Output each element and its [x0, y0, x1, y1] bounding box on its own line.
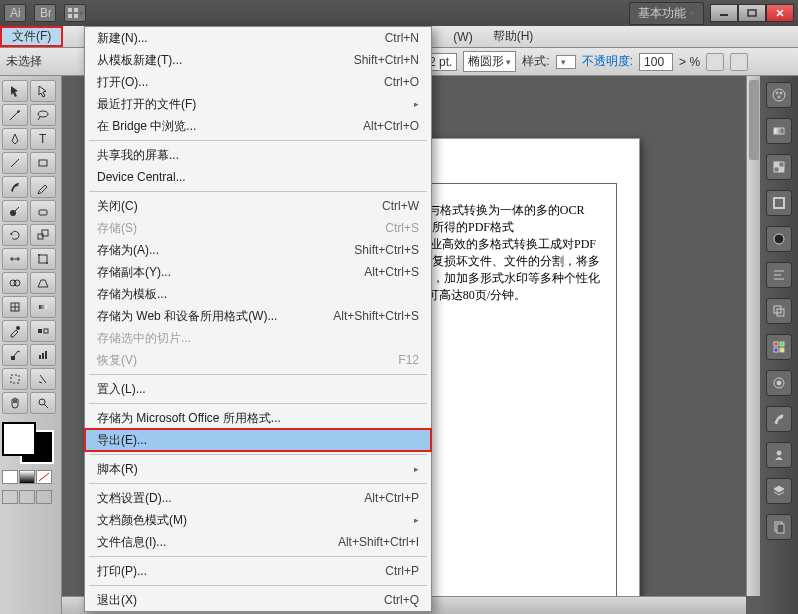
menu-item-21[interactable]: 导出(E)...: [85, 429, 431, 451]
brushes-panel-icon[interactable]: [766, 406, 792, 432]
style-label: 样式:: [522, 53, 549, 70]
symbols-panel-icon[interactable]: [766, 442, 792, 468]
layers-panel-icon[interactable]: [766, 478, 792, 504]
swatches-panel-icon[interactable]: [766, 334, 792, 360]
menu-item-13[interactable]: 存储为模板...: [85, 283, 431, 305]
prefs-icon[interactable]: [706, 53, 724, 71]
gradient-panel-icon[interactable]: [766, 118, 792, 144]
free-transform-tool[interactable]: [30, 248, 56, 270]
menu-item-shortcut: Alt+Ctrl+S: [364, 265, 419, 279]
shape-builder-tool[interactable]: [2, 272, 28, 294]
eyedropper-tool[interactable]: [2, 320, 28, 342]
svg-line-37: [44, 404, 48, 408]
svg-point-10: [18, 110, 20, 112]
transparency-panel-icon[interactable]: [766, 154, 792, 180]
menu-item-1[interactable]: 从模板新建(T)...Shift+Ctrl+N: [85, 49, 431, 71]
app-icon[interactable]: Ai: [4, 4, 26, 22]
menu-item-18[interactable]: 置入(L)...: [85, 378, 431, 400]
width-tool[interactable]: [2, 248, 28, 270]
palette-panel-icon[interactable]: [766, 82, 792, 108]
color-panel-icon[interactable]: [766, 370, 792, 396]
arrange-icon[interactable]: ▾: [64, 4, 86, 22]
slice-tool[interactable]: [30, 368, 56, 390]
menu-item-14[interactable]: 存储为 Web 和设备所用格式(W)...Alt+Shift+Ctrl+S: [85, 305, 431, 327]
opacity-field[interactable]: 100: [639, 53, 673, 71]
menu-item-shortcut: Ctrl+S: [385, 221, 419, 235]
hand-tool[interactable]: [2, 392, 28, 414]
mesh-tool[interactable]: [2, 296, 28, 318]
bridge-icon[interactable]: Br: [34, 4, 56, 22]
menu-item-label: 最近打开的文件(F): [97, 96, 414, 113]
menu-window[interactable]: (W): [443, 26, 482, 47]
menu-file[interactable]: 文件(F): [0, 26, 63, 47]
pathfinder-panel-icon[interactable]: [766, 298, 792, 324]
spot-panel-icon[interactable]: [766, 226, 792, 252]
menu-item-29[interactable]: 打印(P)...Ctrl+P: [85, 560, 431, 582]
menu-item-11[interactable]: 存储为(A)...Shift+Ctrl+S: [85, 239, 431, 261]
blend-tool[interactable]: [30, 320, 56, 342]
shape-selector[interactable]: 椭圆形▾: [463, 51, 516, 72]
opacity-label[interactable]: 不透明度:: [582, 53, 633, 70]
menu-item-shortcut: Ctrl+N: [385, 31, 419, 45]
menu-item-9[interactable]: 关闭(C)Ctrl+W: [85, 195, 431, 217]
menu-item-7[interactable]: Device Central...: [85, 166, 431, 188]
menu-item-31[interactable]: 退出(X)Ctrl+Q: [85, 589, 431, 611]
menu-item-12[interactable]: 存储副本(Y)...Alt+Ctrl+S: [85, 261, 431, 283]
menu-item-label: 存储为(A)...: [97, 242, 354, 259]
magic-wand-tool[interactable]: [2, 104, 28, 126]
menu-item-2[interactable]: 打开(O)...Ctrl+O: [85, 71, 431, 93]
stroke-panel-icon[interactable]: [766, 190, 792, 216]
screen-mode-strip[interactable]: [2, 490, 59, 504]
rotate-tool[interactable]: [2, 224, 28, 246]
pages-panel-icon[interactable]: [766, 514, 792, 540]
menu-item-label: 共享我的屏幕...: [97, 147, 419, 164]
selection-tool[interactable]: [2, 80, 28, 102]
pen-tool[interactable]: [2, 128, 28, 150]
svg-point-40: [776, 92, 778, 94]
symbol-sprayer-tool[interactable]: [2, 344, 28, 366]
align-panel-icon[interactable]: [766, 262, 792, 288]
graph-tool[interactable]: [30, 344, 56, 366]
scrollbar-thumb[interactable]: [749, 80, 759, 160]
menu-item-20[interactable]: 存储为 Microsoft Office 所用格式...: [85, 407, 431, 429]
minimize-button[interactable]: [710, 4, 738, 22]
svg-text:Ai: Ai: [10, 7, 21, 19]
svg-rect-44: [774, 162, 779, 167]
line-tool[interactable]: [2, 152, 28, 174]
eraser-tool[interactable]: [30, 200, 56, 222]
menu-item-0[interactable]: 新建(N)...Ctrl+N: [85, 27, 431, 49]
lasso-tool[interactable]: [30, 104, 56, 126]
paintbrush-tool[interactable]: [2, 176, 28, 198]
zoom-tool[interactable]: [30, 392, 56, 414]
artboard-tool[interactable]: [2, 368, 28, 390]
svg-rect-43: [774, 128, 784, 134]
menu-item-shortcut: Shift+Ctrl+N: [354, 53, 419, 67]
menu-item-3[interactable]: 最近打开的文件(F)▸: [85, 93, 431, 115]
style-selector[interactable]: ▾: [556, 55, 576, 69]
color-mode-strip[interactable]: [2, 470, 59, 484]
blob-brush-tool[interactable]: [2, 200, 28, 222]
menu-item-label: 置入(L)...: [97, 381, 419, 398]
menu-item-4[interactable]: 在 Bridge 中浏览...Alt+Ctrl+O: [85, 115, 431, 137]
doc-setup-icon[interactable]: [730, 53, 748, 71]
menu-item-26[interactable]: 文档颜色模式(M)▸: [85, 509, 431, 531]
menu-item-6[interactable]: 共享我的屏幕...: [85, 144, 431, 166]
type-tool[interactable]: T: [30, 128, 56, 150]
direct-selection-tool[interactable]: [30, 80, 56, 102]
scale-tool[interactable]: [30, 224, 56, 246]
menu-help[interactable]: 帮助(H): [483, 26, 544, 47]
color-swatch[interactable]: [2, 422, 54, 464]
svg-rect-48: [774, 198, 784, 208]
pencil-tool[interactable]: [30, 176, 56, 198]
menu-item-25[interactable]: 文档设置(D)...Alt+Ctrl+P: [85, 487, 431, 509]
gradient-tool[interactable]: [30, 296, 56, 318]
rectangle-tool[interactable]: [30, 152, 56, 174]
svg-point-60: [777, 381, 781, 385]
menu-item-27[interactable]: 文件信息(I)...Alt+Shift+Ctrl+I: [85, 531, 431, 553]
close-button[interactable]: [766, 4, 794, 22]
perspective-tool[interactable]: [30, 272, 56, 294]
menu-item-23[interactable]: 脚本(R)▸: [85, 458, 431, 480]
workspace-switcher[interactable]: 基本功能▾: [629, 2, 704, 25]
vertical-scrollbar[interactable]: [746, 76, 760, 596]
maximize-button[interactable]: [738, 4, 766, 22]
